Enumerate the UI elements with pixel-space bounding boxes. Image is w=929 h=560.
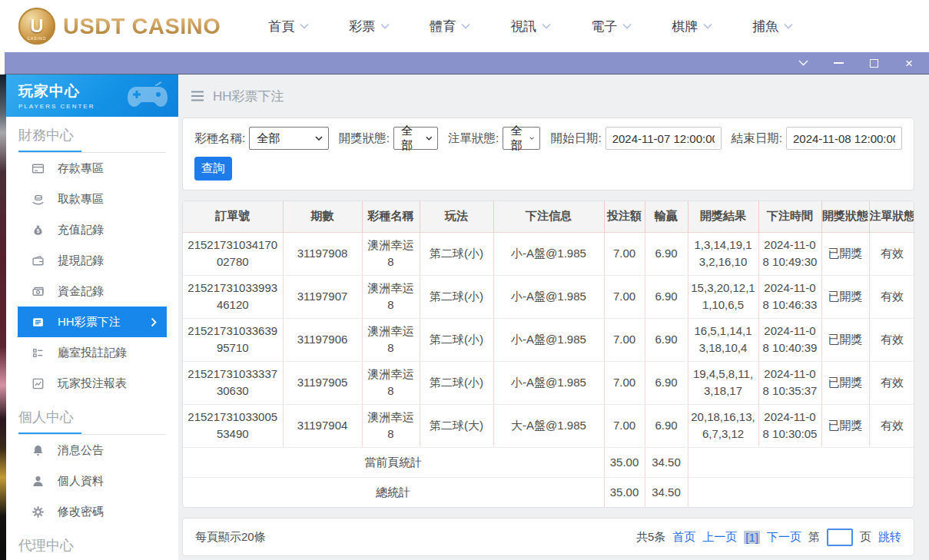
svg-text:$: $ [36, 228, 39, 234]
chevron-down-icon [703, 23, 712, 29]
table-cell: 澳洲幸运8 [362, 275, 420, 318]
grand-summary-row: 總統計 35.00 34.50 [183, 477, 914, 507]
chevron-down-icon [529, 136, 534, 141]
column-header-bet-amount: 投注額 [604, 201, 645, 232]
logo-text: USDT CASINO [63, 14, 221, 39]
logo-letter: U [30, 15, 43, 37]
sidebar-item-label: 資金記錄 [58, 284, 104, 299]
sidebar-item-player-bet-report[interactable]: 玩家投注報表 [18, 368, 167, 399]
table-cell: 31197904 [283, 404, 362, 447]
draw-status-select[interactable]: 全部 [393, 127, 438, 150]
gear-icon [31, 505, 45, 519]
draw-status-label: 開獎狀態: [339, 131, 390, 147]
table-cell: 第二球(小) [420, 361, 493, 404]
pagination-panel: 每頁顯示20條 共5条 首页 上一页 [1] 下一页 第 页 跳转 [182, 518, 914, 556]
page-jump-input[interactable] [827, 529, 853, 546]
sidebar-item-label: 提現記錄 [58, 253, 104, 268]
nav-label: 首頁 [268, 18, 294, 35]
table-cell: 已開獎 [821, 275, 869, 318]
table-cell: 澳洲幸运8 [362, 232, 420, 275]
sidebar-item-withdraw[interactable]: 取款專區 [18, 184, 167, 214]
table-cell: 7.00 [604, 232, 645, 275]
sidebar-section-finance: 財務中心 [6, 117, 178, 151]
table-cell: 6.90 [645, 318, 688, 361]
table-row: 2152173103417002780 31197908 澳洲幸运8 第二球(小… [183, 232, 914, 275]
sidebar-item-withdrawal-record[interactable]: 提現記錄 [18, 245, 167, 276]
chevron-down-icon [461, 23, 470, 29]
table-cell: 2152173103333730630 [183, 361, 283, 404]
order-status-label: 注單狀態: [448, 131, 499, 147]
nav-item-chess[interactable]: 棋牌 [672, 18, 712, 35]
table-cell: 31197905 [283, 361, 362, 404]
gamepad-icon [123, 79, 172, 116]
sidebar-item-recharge-record[interactable]: $ 充值記錄 [18, 214, 167, 245]
window-dropdown-icon[interactable] [797, 57, 809, 69]
table-cell: 澳洲幸运8 [362, 361, 420, 404]
person-icon [31, 474, 45, 488]
lottery-name-select[interactable]: 全部 [249, 127, 328, 150]
first-page-link[interactable]: 首页 [672, 530, 695, 545]
table-cell: 已開獎 [821, 404, 869, 447]
nav-label: 棋牌 [672, 18, 698, 35]
window-close-button[interactable]: × [903, 57, 915, 69]
hamburger-icon[interactable] [191, 91, 204, 101]
chevron-down-icon [380, 23, 390, 29]
nav-item-video[interactable]: 視訊 [510, 18, 551, 35]
prev-page-link[interactable]: 上一页 [702, 530, 737, 545]
sidebar-item-profile[interactable]: 個人資料 [18, 466, 167, 496]
window-maximize-button[interactable] [868, 57, 880, 69]
table-cell: 2152173103363995710 [183, 318, 283, 361]
sidebar-item-deposit[interactable]: 存款專區 [18, 153, 167, 184]
summary-empty [688, 477, 914, 507]
site-logo[interactable]: U CASINO USDT CASINO [18, 8, 221, 45]
table-cell: 16,5,1,14,13,18,10,4 [688, 318, 758, 361]
query-button[interactable]: 查詢 [194, 157, 232, 181]
chevron-down-icon [315, 136, 323, 141]
logo-sub-text: CASINO [18, 36, 55, 41]
table-cell: 2152173103417002780 [183, 232, 283, 275]
jump-button[interactable]: 跳转 [878, 530, 901, 545]
sidebar-item-funds-record[interactable]: 資金記錄 [18, 276, 167, 307]
table-cell: 31197908 [283, 232, 362, 275]
table-row: 2152173103399346120 31197907 澳洲幸运8 第二球(小… [183, 275, 914, 318]
banknote-icon [31, 284, 45, 298]
sidebar-header: 玩家中心 PLAYERS CENTER [6, 75, 178, 117]
column-header-play-type: 玩法 [420, 201, 493, 232]
column-header-lottery-name: 彩種名稱 [362, 201, 420, 232]
sidebar-item-hall-bet-record[interactable]: 廳室投註記錄 [18, 337, 167, 368]
nav-item-sports[interactable]: 體育 [430, 18, 470, 35]
table-cell: 6.90 [645, 404, 688, 447]
sidebar-item-label: 個人資料 [58, 474, 104, 489]
main-nav: 首頁 彩票 體育 視訊 電子 棋牌 捕魚 [268, 18, 793, 35]
lottery-name-label: 彩種名稱: [194, 131, 245, 147]
lottery-book-icon [31, 315, 45, 329]
column-header-order-status: 注單狀態 [869, 201, 914, 232]
sidebar-section-agent: 代理中心 [6, 527, 178, 560]
window-minimize-button[interactable] [832, 57, 844, 69]
nav-item-slots[interactable]: 電子 [591, 18, 632, 35]
nav-item-home[interactable]: 首頁 [268, 18, 309, 35]
table-cell: 小-A盤@1.985 [493, 275, 604, 318]
sidebar-item-announcements[interactable]: 消息公告 [18, 435, 167, 466]
table-cell: 6.90 [645, 275, 688, 318]
nav-item-fishing[interactable]: 捕魚 [752, 18, 793, 35]
next-page-link[interactable]: 下一页 [767, 530, 801, 545]
table-cell: 小-A盤@1.985 [493, 232, 604, 275]
summary-empty [688, 447, 914, 477]
draw-status-value: 全部 [401, 124, 421, 153]
page-title: HH彩票下注 [213, 88, 284, 105]
table-cell: 2152173103399346120 [183, 275, 283, 318]
sidebar-item-label: 取款專區 [58, 192, 104, 207]
nav-item-lottery[interactable]: 彩票 [349, 18, 390, 35]
sidebar-item-label: 充值記錄 [58, 223, 104, 237]
column-header-bet-info: 下注信息 [493, 201, 604, 232]
end-date-input[interactable] [786, 127, 902, 150]
sidebar-section-personal: 個人中心 [6, 399, 178, 432]
list-record-icon [31, 346, 45, 360]
column-header-order-no: 訂單號 [183, 201, 283, 232]
start-date-input[interactable] [606, 127, 722, 150]
sidebar-item-hh-lottery-bets[interactable]: HH彩票下注 [18, 307, 167, 337]
sidebar-item-change-password[interactable]: 修改密碼 [18, 496, 167, 527]
report-chart-icon [31, 376, 45, 390]
order-status-select[interactable]: 全部 [503, 127, 540, 150]
